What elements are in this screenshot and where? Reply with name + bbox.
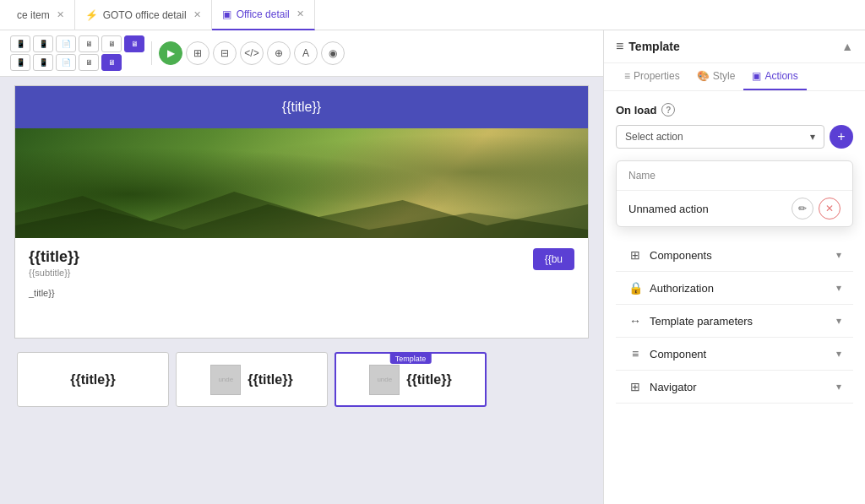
- layout-button[interactable]: ⊟: [213, 41, 237, 65]
- template-params-section: ↔ Template parameters ▾: [616, 305, 853, 338]
- panel-header: ≡ Template ▲: [604, 30, 865, 63]
- device-desktop-lg[interactable]: 🖥: [124, 35, 144, 52]
- tab-actions-label: Actions: [764, 70, 797, 82]
- components-title: ⊞ Components: [628, 247, 712, 263]
- right-panel: ≡ Template ▲ ≡ Properties 🎨 Style ▣ Acti…: [603, 30, 865, 504]
- add-action-button[interactable]: +: [830, 125, 853, 149]
- navigator-icon: ⊞: [628, 379, 643, 394]
- grid-button[interactable]: ⊞: [186, 41, 209, 65]
- thumbnail-2[interactable]: unde {{title}}: [176, 352, 328, 407]
- canvas-content[interactable]: {{title}} {{title}} {{subtitle}} {{bu _t…: [0, 77, 603, 504]
- code-button[interactable]: </>: [240, 41, 264, 65]
- device-desktop2-sm[interactable]: 🖥: [79, 54, 99, 71]
- media-button[interactable]: ◉: [321, 41, 345, 65]
- on-load-section: On load ? Select action ▾ + Name: [616, 103, 853, 227]
- panel-title-text: Template: [628, 40, 679, 53]
- device-desktop-sm[interactable]: 🖥: [79, 35, 99, 52]
- device-phone-sm[interactable]: 📱: [10, 35, 30, 52]
- template-params-title: ↔ Template parameters: [628, 313, 753, 328]
- mountain-svg: [15, 187, 588, 238]
- page-body-title: {{title}}: [29, 248, 574, 266]
- thumbnails-bar: {{title}} unde {{title}} Template unde {…: [8, 347, 595, 412]
- device-phone2-md[interactable]: 📱: [33, 54, 53, 71]
- delete-action-button[interactable]: ✕: [819, 198, 841, 219]
- panel-tabs: ≡ Properties 🎨 Style ▣ Actions: [604, 63, 865, 91]
- office-detail-icon: ▣: [222, 8, 231, 20]
- authorization-section: 🔒 Authorization ▾: [616, 272, 853, 305]
- select-action-placeholder: Select action: [625, 131, 683, 143]
- action-card-row: Unnamed action ✏ ✕: [617, 191, 852, 226]
- device-tablet[interactable]: 📄: [56, 35, 76, 52]
- device-desktop2-active[interactable]: 🖥: [101, 54, 122, 71]
- main-layout: 📱 📱 📄 🖥 🖥 🖥 📱 📱 📄 🖥 🖥 ▶: [0, 30, 865, 504]
- select-action-row: Select action ▾ +: [616, 125, 853, 149]
- thumbnail-3-label: {{title}}: [406, 372, 451, 387]
- device-desktop-md[interactable]: 🖥: [101, 35, 122, 52]
- tab-style[interactable]: 🎨 Style: [688, 63, 744, 90]
- select-action-dropdown[interactable]: Select action ▾: [616, 125, 824, 149]
- page-image: [15, 128, 588, 238]
- authorization-chevron: ▾: [836, 282, 841, 294]
- tab-style-label: Style: [713, 70, 736, 82]
- tab-office-item-label: ce item: [17, 9, 50, 21]
- device-tablet2[interactable]: 📄: [56, 54, 76, 71]
- authorization-label: Authorization: [650, 282, 714, 295]
- page-body: {{title}} {{subtitle}} {{bu _title}}: [15, 238, 588, 312]
- thumbnail-3-image: unde: [369, 365, 400, 395]
- component-header[interactable]: ≡ Component ▾: [616, 338, 853, 370]
- action-card: Name Unnamed action ✏ ✕: [616, 160, 853, 227]
- device-phone-md[interactable]: 📱: [33, 35, 53, 52]
- canvas-area: 📱 📱 📄 🖥 🖥 🖥 📱 📱 📄 🖥 🖥 ▶: [0, 30, 603, 504]
- svg-marker-1: [15, 204, 588, 238]
- play-button[interactable]: ▶: [159, 41, 182, 65]
- authorization-header[interactable]: 🔒 Authorization ▾: [616, 272, 853, 304]
- tab-office-detail-close[interactable]: ✕: [296, 8, 304, 19]
- toolbar-divider: [151, 41, 152, 65]
- tab-goto-label: GOTO office detail: [103, 9, 187, 21]
- device-group-bottom: 📱 📱 📄 🖥 🖥: [10, 54, 144, 71]
- thumbnail-2-label: {{title}}: [248, 372, 292, 387]
- thumbnail-1[interactable]: {{title}}: [17, 352, 169, 407]
- panel-content: On load ? Select action ▾ + Name: [604, 91, 865, 504]
- tab-office-detail[interactable]: ▣ Office detail ✕: [212, 0, 315, 30]
- thumbnail-3[interactable]: Template unde {{title}}: [335, 352, 487, 407]
- page-header: {{title}}: [15, 86, 588, 128]
- thumbnail-3-img-label: unde: [377, 376, 392, 383]
- template-params-header[interactable]: ↔ Template parameters ▾: [616, 305, 853, 337]
- thumbnail-2-image: unde: [210, 365, 241, 395]
- page-body-subtitle: {{subtitle}}: [29, 268, 574, 278]
- properties-icon: ≡: [624, 70, 630, 82]
- device-group-top: 📱 📱 📄 🖥 🖥 🖥: [10, 35, 144, 52]
- action-card-header: Name: [617, 161, 852, 191]
- template-params-chevron: ▾: [836, 315, 841, 327]
- navigator-label: Navigator: [650, 381, 697, 393]
- action-icons: ✏ ✕: [792, 198, 841, 219]
- edit-action-button[interactable]: ✏: [792, 198, 813, 219]
- tab-properties[interactable]: ≡ Properties: [616, 63, 688, 90]
- tab-goto-close[interactable]: ✕: [193, 9, 201, 20]
- device-phone2-sm[interactable]: 📱: [10, 54, 30, 71]
- page-template-var: _title}}: [29, 285, 574, 301]
- style-icon: 🎨: [697, 70, 710, 82]
- add-component-button[interactable]: ⊕: [267, 41, 291, 65]
- components-icon: ⊞: [628, 247, 643, 263]
- navigator-header[interactable]: ⊞ Navigator ▾: [616, 371, 853, 403]
- on-load-text: On load: [616, 104, 656, 117]
- tab-actions[interactable]: ▣ Actions: [743, 63, 806, 90]
- tab-office-item[interactable]: ce item ✕: [7, 0, 75, 30]
- components-header[interactable]: ⊞ Components ▾: [616, 239, 853, 271]
- help-icon[interactable]: ?: [661, 103, 675, 117]
- component-chevron: ▾: [836, 348, 841, 360]
- components-section: ⊞ Components ▾: [616, 239, 853, 272]
- panel-collapse-btn[interactable]: ▲: [841, 40, 853, 53]
- action-name: Unnamed action: [628, 203, 709, 215]
- page-header-title: {{title}}: [282, 100, 321, 114]
- navigator-chevron: ▾: [836, 381, 841, 393]
- lock-icon: 🔒: [628, 280, 643, 295]
- tab-office-item-close[interactable]: ✕: [57, 9, 64, 20]
- text-button[interactable]: A: [294, 41, 318, 65]
- tab-goto[interactable]: ⚡ GOTO office detail ✕: [75, 0, 212, 30]
- page-cta[interactable]: {{bu: [533, 248, 574, 270]
- thumbnail-2-img-label: unde: [218, 376, 233, 383]
- template-params-label: Template parameters: [650, 315, 753, 328]
